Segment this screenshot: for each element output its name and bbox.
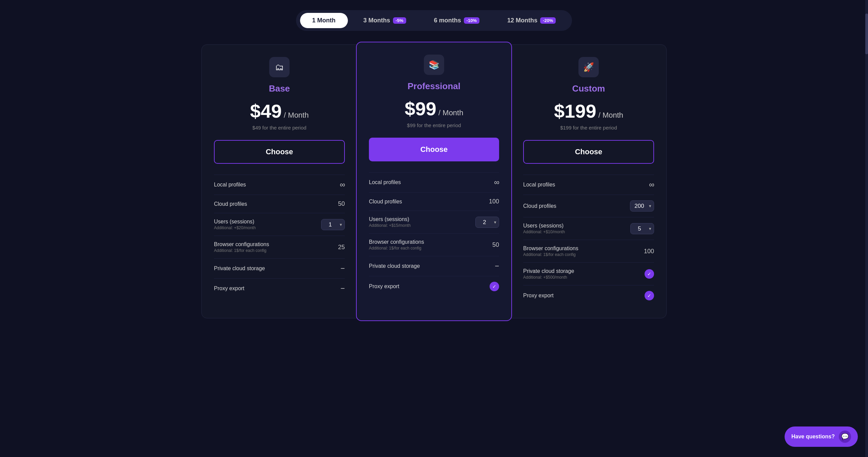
- plan-price-custom: $199 / Month: [523, 100, 654, 122]
- feature-row: Browser configurationsAdditional: 1$/for…: [369, 233, 499, 256]
- chat-icon: 💬: [839, 431, 851, 443]
- feature-select[interactable]: 123510: [321, 219, 345, 230]
- plan-period-custom: / Month: [596, 111, 623, 119]
- feature-row: Users (sessions)Additional: +$15/month12…: [369, 211, 499, 233]
- feature-row: Private cloud storageAdditional: +$500/m…: [523, 262, 654, 285]
- feature-row: Cloud profiles100200300500: [523, 195, 654, 217]
- plan-period-note-base: $49 for the entire period: [214, 125, 345, 131]
- plan-icon-custom: 🚀: [578, 57, 599, 77]
- period-tab-12months[interactable]: 12 Months-20%: [495, 13, 568, 28]
- discount-badge-6months: -10%: [464, 17, 479, 24]
- feature-select[interactable]: 100200300500: [630, 200, 654, 212]
- feature-sublabel: Additional: 1$/for each config: [214, 248, 269, 253]
- feature-label: Cloud profiles: [369, 199, 402, 205]
- feature-select-wrapper: 123510: [475, 217, 499, 228]
- feature-label: Local profiles: [369, 179, 401, 185]
- period-tab-1month[interactable]: 1 Month: [300, 13, 348, 28]
- feature-value: −: [340, 264, 345, 273]
- plans-container: 🗂Base$49 / Month$49 for the entire perio…: [197, 44, 671, 318]
- feature-sublabel: Additional: +$10/month: [523, 230, 565, 234]
- plan-name-base: Base: [214, 83, 345, 94]
- feature-value: 25: [338, 244, 345, 251]
- feature-row: Proxy export✓: [369, 276, 499, 297]
- feature-row: Proxy export−: [214, 278, 345, 298]
- feature-row: Users (sessions)Additional: +$20/month12…: [214, 213, 345, 236]
- have-questions-button[interactable]: Have questions? 💬: [785, 426, 858, 447]
- feature-value: ∞: [649, 180, 654, 189]
- feature-label: Users (sessions)Additional: +$10/month: [523, 223, 565, 234]
- feature-label: Users (sessions)Additional: +$20/month: [214, 219, 256, 230]
- plan-period-professional: / Month: [436, 108, 463, 117]
- feature-select[interactable]: 123510: [475, 217, 499, 228]
- feature-row: Private cloud storage−: [369, 256, 499, 276]
- feature-sublabel: Additional: +$20/month: [214, 225, 256, 230]
- choose-button-professional[interactable]: Choose: [369, 138, 499, 161]
- feature-label: Private cloud storageAdditional: +$500/m…: [523, 268, 574, 280]
- feature-row: Private cloud storage−: [214, 258, 345, 278]
- feature-sublabel: Additional: 1$/for each config: [523, 252, 578, 257]
- feature-label: Browser configurationsAdditional: 1$/for…: [369, 239, 424, 251]
- feature-label: Local profiles: [523, 182, 555, 188]
- feature-row: Proxy export✓: [523, 285, 654, 306]
- feature-check-icon: ✓: [645, 269, 654, 279]
- feature-value: 50: [492, 241, 499, 249]
- feature-sublabel: Additional: +$15/month: [369, 223, 411, 228]
- scrollbar-thumb: [865, 14, 868, 54]
- choose-button-custom[interactable]: Choose: [523, 140, 654, 164]
- scrollbar-track: [865, 0, 868, 457]
- feature-row: Local profiles∞: [523, 175, 654, 195]
- period-tab-3months[interactable]: 3 Months-5%: [351, 13, 418, 28]
- feature-value: ∞: [494, 178, 499, 187]
- feature-row: Cloud profiles100: [369, 192, 499, 211]
- plan-icon-professional: 📚: [424, 55, 444, 75]
- feature-sublabel: Additional: 1$/for each config: [369, 246, 424, 251]
- period-tab-6months[interactable]: 6 months-10%: [422, 13, 492, 28]
- plan-name-custom: Custom: [523, 83, 654, 94]
- have-questions-label: Have questions?: [791, 434, 835, 440]
- plan-amount-base: $49: [250, 100, 282, 122]
- feature-value: 50: [338, 200, 345, 207]
- feature-check-icon: ✓: [490, 282, 499, 291]
- feature-label: Cloud profiles: [523, 203, 556, 209]
- feature-label: Local profiles: [214, 182, 246, 188]
- feature-sublabel: Additional: +$500/month: [523, 275, 574, 280]
- feature-label: Cloud profiles: [214, 201, 247, 207]
- feature-label: Browser configurationsAdditional: 1$/for…: [214, 241, 269, 253]
- feature-select-wrapper: 123510: [630, 223, 654, 234]
- feature-label: Browser configurationsAdditional: 1$/for…: [523, 245, 578, 257]
- feature-value: ∞: [340, 180, 345, 189]
- feature-label: Private cloud storage: [369, 263, 420, 269]
- discount-badge-12months: -20%: [540, 17, 556, 24]
- feature-select[interactable]: 123510: [630, 223, 654, 234]
- feature-value: 100: [644, 248, 654, 255]
- plan-price-professional: $99 / Month: [369, 98, 499, 120]
- plan-card-base: 🗂Base$49 / Month$49 for the entire perio…: [201, 44, 357, 318]
- feature-label: Users (sessions)Additional: +$15/month: [369, 216, 411, 228]
- feature-value: −: [340, 284, 345, 293]
- feature-check-icon: ✓: [645, 291, 654, 300]
- feature-label: Proxy export: [214, 285, 244, 292]
- plan-price-base: $49 / Month: [214, 100, 345, 122]
- period-tabs: 1 Month3 Months-5%6 months-10%12 Months-…: [296, 10, 572, 31]
- choose-button-base[interactable]: Choose: [214, 140, 345, 164]
- plan-icon-base: 🗂: [269, 57, 290, 77]
- plan-name-professional: Professional: [369, 81, 499, 92]
- plan-period-base: / Month: [282, 111, 309, 119]
- feature-select-wrapper: 100200300500: [630, 200, 654, 212]
- feature-select-wrapper: 123510: [321, 219, 345, 230]
- discount-badge-3months: -5%: [393, 17, 406, 24]
- feature-row: Cloud profiles50: [214, 195, 345, 213]
- feature-row: Users (sessions)Additional: +$10/month12…: [523, 217, 654, 240]
- feature-label: Proxy export: [523, 293, 554, 299]
- plan-card-custom: 🚀Custom$199 / Month$199 for the entire p…: [511, 44, 667, 318]
- feature-row: Browser configurationsAdditional: 1$/for…: [214, 236, 345, 258]
- plan-amount-professional: $99: [405, 98, 436, 119]
- feature-row: Local profiles∞: [214, 175, 345, 195]
- feature-value: −: [495, 262, 499, 271]
- feature-label: Private cloud storage: [214, 265, 265, 272]
- plan-period-note-professional: $99 for the entire period: [369, 122, 499, 128]
- feature-value: 100: [489, 198, 499, 205]
- plan-amount-custom: $199: [554, 100, 596, 122]
- feature-row: Browser configurationsAdditional: 1$/for…: [523, 240, 654, 262]
- feature-row: Local profiles∞: [369, 172, 499, 192]
